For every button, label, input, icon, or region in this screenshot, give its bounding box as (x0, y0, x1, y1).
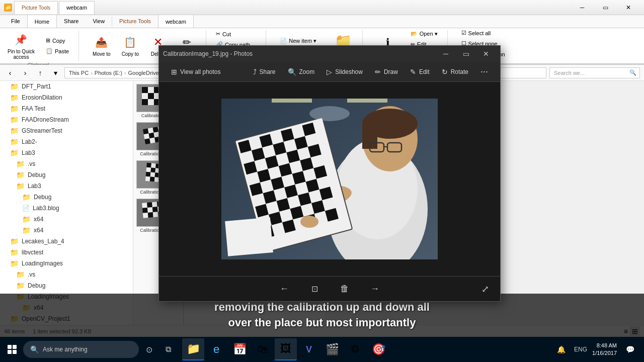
tab-share[interactable]: Share (57, 15, 86, 28)
view-all-photos-button[interactable]: ⊞ View all photos (165, 63, 227, 81)
open-button[interactable]: 📂 Open ▾ (407, 29, 441, 39)
sidebar-item-GStreamerTest[interactable]: 📁 GStreamerTest (0, 125, 133, 136)
pin-quick-access-button[interactable]: 📌 Pin to Quickaccess (4, 30, 38, 61)
folder-icon: 📁 (22, 215, 31, 223)
sidebar-item-Debug[interactable]: 📁 Debug (0, 169, 133, 180)
folder-icon: 📁 (16, 171, 25, 179)
taskbar-photos[interactable]: 🖼 (275, 338, 297, 360)
forward-button[interactable]: › (19, 67, 31, 79)
edit-photo-icon: ✎ (410, 68, 416, 76)
taskbar-calendar[interactable]: 📅 (228, 338, 251, 360)
svg-rect-27 (146, 163, 151, 168)
start-button[interactable] (2, 339, 22, 359)
rotate-button[interactable]: ↻ Rotate (436, 63, 474, 81)
sidebar-item-Lab2[interactable]: 📁 Lab2- (0, 136, 133, 147)
share-button[interactable]: ⤴ Share (247, 63, 282, 81)
copy-icon: ⊞ (46, 37, 50, 44)
search-placeholder-text: Ask me anything (43, 346, 88, 353)
photos-forward-button[interactable]: → (366, 280, 384, 298)
photos-back-button[interactable]: ← (275, 280, 293, 298)
paste-button[interactable]: 📋 Paste (42, 46, 72, 56)
cut-button[interactable]: ✂ Cut (212, 29, 260, 39)
draw-button[interactable]: ✏ Draw (369, 63, 404, 81)
svg-rect-23 (149, 138, 155, 144)
taskbar-unknown-app[interactable]: 🎯 (367, 338, 389, 360)
photos-toolbar: ⊞ View all photos ⤴ Share 🔍 Zoom ▷ Slide… (159, 62, 500, 82)
taskbar-store[interactable]: 🛍 (252, 338, 274, 360)
tab-file[interactable]: File (4, 15, 27, 28)
move-icon: 📤 (94, 34, 110, 50)
select-all-button[interactable]: ☑ Select all (458, 28, 495, 38)
task-view-button[interactable]: ⧉ (159, 340, 177, 358)
search-bar[interactable]: 🔍 Ask me anything (23, 341, 139, 358)
sidebar-item-Lab3sub[interactable]: 📁 Lab3 (0, 180, 133, 192)
photos-minimize-button[interactable]: ─ (436, 46, 456, 62)
photos-crop-button[interactable]: ⊡ (305, 280, 324, 298)
tab-webcam-sub[interactable]: webcam (158, 15, 194, 28)
sidebar-item-x64a[interactable]: 📁 x64 (0, 214, 133, 225)
copy-button[interactable]: ⊞ Copy (42, 36, 72, 45)
svg-rect-18 (143, 133, 149, 139)
sidebar-item-Lab3blog[interactable]: 📄 Lab3.blog (0, 203, 133, 214)
zoom-button[interactable]: 🔍 Zoom (282, 63, 321, 81)
date-display: 1/16/2017 (592, 349, 617, 357)
sidebar-item-FAADroneStream[interactable]: 📁 FAADroneStream (0, 114, 133, 125)
taskbar-visual-studio[interactable]: V (298, 338, 320, 360)
close-button[interactable]: ✕ (617, 0, 640, 15)
tab-picture-tools[interactable]: Picture Tools (14, 1, 58, 14)
folder-icon: 📁 (10, 149, 19, 157)
photos-delete-button[interactable]: 🗑 (336, 280, 354, 298)
taskbar-right: 🔔 ENG 8:48 AM 1/16/2017 💬 (549, 341, 642, 357)
sidebar-item-Debugsub[interactable]: 📁 Debug (0, 192, 133, 203)
sidebar-item-Debug2[interactable]: 📁 Debug (0, 280, 133, 291)
sidebar-item-vs[interactable]: 📁 .vs (0, 158, 133, 169)
sidebar-item-Lab3[interactable]: 📁 Lab3 (0, 147, 133, 158)
notification-button[interactable]: 🔔 (553, 341, 569, 357)
cortana-button[interactable]: ⊙ (140, 340, 158, 358)
move-to-button[interactable]: 📤 Move to (89, 33, 114, 58)
sidebar-item-x64b[interactable]: 📁 x64 (0, 225, 133, 236)
svg-rect-35 (145, 172, 150, 177)
taskbar-edge[interactable]: e (205, 338, 227, 360)
tab-webcam[interactable]: webcam (59, 1, 95, 14)
svg-rect-19 (148, 133, 154, 139)
photos-bottom-bar: ← ⊡ 🗑 → ⤢ (159, 276, 500, 301)
minimize-button[interactable]: ─ (571, 0, 594, 15)
open-icon: 📂 (411, 31, 418, 37)
slideshow-button[interactable]: ▷ Slideshow (320, 63, 369, 81)
folder-icon: 📁 (10, 248, 19, 256)
tab-home[interactable]: Home (27, 15, 57, 28)
tab-picture-tools-sub[interactable]: Picture Tools (112, 15, 158, 28)
photos-fullscreen-button[interactable]: ⤢ (476, 280, 494, 298)
tab-view[interactable]: View (86, 15, 112, 28)
sidebar-item-LecakesLab4[interactable]: 📁 Lecakes_Lab_4 (0, 236, 133, 247)
search-icon-taskbar: 🔍 (30, 345, 39, 353)
folder-icon: 📁 (10, 127, 19, 135)
sidebar-item-LoadingImages[interactable]: 📁 LoadingImages (0, 258, 133, 269)
sidebar-item-ErosionDilation[interactable]: 📁 ErosionDilation (0, 92, 133, 103)
taskbar-settings[interactable]: ⚙ (344, 338, 366, 360)
up-button[interactable]: ↑ (34, 67, 46, 79)
action-center-button[interactable]: 💬 (622, 341, 638, 357)
search-box[interactable]: Search we... 🔍 (549, 67, 640, 78)
taskbar-video[interactable]: 🎬 (321, 338, 343, 360)
sidebar-item-FAATest[interactable]: 📁 FAA Test (0, 103, 133, 114)
svg-rect-52 (142, 213, 148, 218)
new-item-button[interactable]: 📄 New item ▾ (276, 36, 326, 46)
search-icon: 🔍 (629, 69, 636, 76)
back-button[interactable]: ‹ (4, 67, 16, 79)
photos-restore-button[interactable]: ▭ (456, 46, 476, 62)
svg-point-313 (300, 216, 318, 228)
taskbar-file-explorer[interactable]: 📁 (182, 338, 204, 360)
more-options-button[interactable]: ··· (474, 63, 494, 81)
sidebar-item-libvctest[interactable]: 📁 libvctest (0, 247, 133, 258)
sidebar-item-DFT_Part1[interactable]: 📁 DFT_Part1 (0, 81, 133, 92)
recent-button[interactable]: ▾ (49, 67, 61, 79)
svg-rect-31 (146, 167, 151, 172)
copy-to-button[interactable]: 📋 Copy to (118, 33, 142, 58)
photos-close-button[interactable]: ✕ (476, 46, 496, 62)
svg-rect-15 (147, 128, 153, 134)
edit-photo-button[interactable]: ✎ Edit (404, 63, 436, 81)
restore-button[interactable]: ▭ (594, 0, 617, 15)
sidebar-item-vs2[interactable]: 📁 .vs (0, 269, 133, 280)
